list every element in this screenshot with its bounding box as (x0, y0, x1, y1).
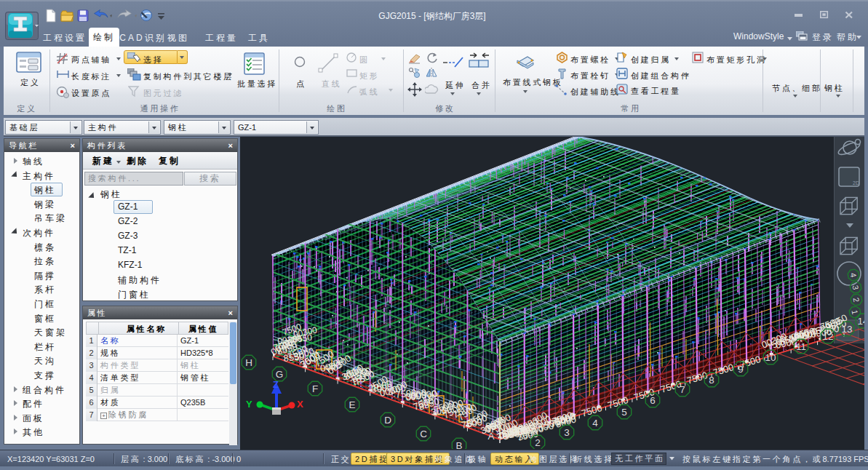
svg-text:4: 4 (592, 418, 598, 429)
svg-text:13: 13 (841, 324, 852, 335)
svg-text:Z: Z (273, 379, 279, 390)
svg-text:8: 8 (709, 375, 714, 386)
svg-text:F: F (312, 383, 318, 394)
svg-text:5: 5 (621, 407, 627, 418)
svg-text:B: B (455, 440, 462, 450)
svg-text:12: 12 (822, 331, 833, 342)
svg-text:E: E (349, 399, 355, 410)
svg-text:2: 2 (535, 437, 541, 448)
svg-text:Y: Y (246, 399, 252, 410)
svg-text:D: D (384, 415, 391, 426)
svg-text:10: 10 (765, 352, 776, 363)
svg-text:C: C (420, 429, 427, 439)
svg-text:11: 11 (796, 341, 806, 352)
svg-text:2D: 2D (853, 180, 859, 186)
svg-text:H: H (245, 357, 252, 368)
svg-text:6: 6 (650, 395, 656, 406)
svg-text:G: G (276, 369, 284, 380)
svg-text:7: 7 (680, 384, 685, 395)
svg-text:A: A (487, 431, 494, 442)
svg-text:9: 9 (738, 364, 744, 375)
svg-text:3: 3 (564, 427, 570, 438)
svg-text:X: X (297, 399, 303, 410)
